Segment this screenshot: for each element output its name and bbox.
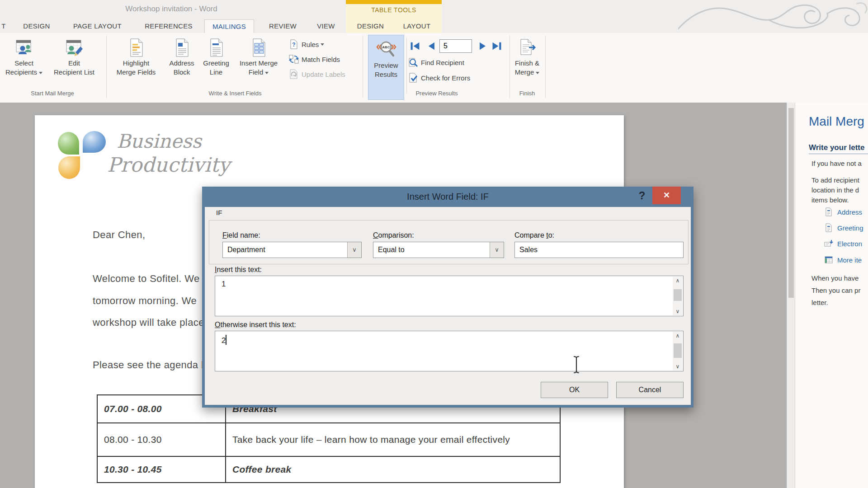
rules-label: Rules <box>302 41 319 48</box>
greeting-line-label-1: Greeting <box>201 59 231 68</box>
textarea-scrollbar[interactable]: ∧ ∨ <box>673 332 683 371</box>
insert-word-field-if-dialog: Insert Word Field: IF ? ✕ IF Field name:… <box>202 187 693 408</box>
insert-text-textarea[interactable]: 1 ∧ ∨ <box>215 276 684 316</box>
scrollbar-thumb[interactable] <box>674 289 682 301</box>
electronic-postage-link-label: Electron <box>837 240 862 248</box>
chevron-down-icon[interactable]: ∨ <box>347 242 361 258</box>
greeting-line-button[interactable]: Greeting Line <box>201 35 231 88</box>
body-line: Welcome to Sofitel. We <box>93 273 200 285</box>
select-recipients-button[interactable]: Select Recipients <box>4 35 44 88</box>
group-separator <box>363 36 363 98</box>
address-block-link[interactable]: Address <box>824 207 862 216</box>
chevron-down-icon[interactable]: ∨ <box>490 242 504 258</box>
scroll-up-icon[interactable]: ∧ <box>673 277 683 285</box>
logo-green-shape <box>58 132 79 155</box>
last-record-button[interactable] <box>491 40 503 52</box>
pane-paragraph-line: If you have not a <box>811 160 862 167</box>
tab-references[interactable]: REFERENCES <box>137 19 200 33</box>
next-record-button[interactable] <box>476 40 488 52</box>
dialog-body: IF Field name: Comparison: Compare to: D… <box>205 207 691 405</box>
table-tools-accent-bar <box>346 0 442 4</box>
check-for-errors-button[interactable]: Check for Errors <box>408 72 470 84</box>
previous-record-button[interactable] <box>426 40 438 52</box>
table-tools-label: TABLE TOOLS <box>346 6 442 14</box>
svg-text:?: ? <box>292 42 295 48</box>
document-scrollbar[interactable] <box>787 103 795 488</box>
address-block-icon <box>172 38 192 58</box>
scrollbar-thumb[interactable] <box>674 343 682 358</box>
pane-paragraph-line: To add recipient <box>811 176 859 184</box>
logo-blue-shape <box>83 131 106 153</box>
scrollbar-thumb[interactable] <box>788 108 794 298</box>
pane-paragraph-line: Then you can pr <box>811 286 860 294</box>
match-fields-button[interactable]: Match Fields <box>288 53 340 65</box>
compare-to-input[interactable] <box>514 242 684 258</box>
tab-table-layout[interactable]: LAYOUT <box>394 19 439 33</box>
agenda-time-cell: 08.00 - 10.30 <box>97 423 226 456</box>
first-record-button[interactable] <box>409 40 421 52</box>
pane-paragraph-line: letter. <box>811 299 828 306</box>
preview-results-label-1: Preview <box>368 61 404 70</box>
record-number-input[interactable] <box>439 39 472 53</box>
ok-button[interactable]: OK <box>541 382 608 398</box>
help-icon[interactable]: ? <box>635 189 649 204</box>
rules-icon: ? <box>288 39 299 50</box>
logo-word-2: Productivity <box>107 153 230 176</box>
window-title: Workshop invitation - Word <box>104 5 239 14</box>
electronic-postage-link[interactable]: Electron <box>824 239 862 248</box>
tab-page-layout[interactable]: PAGE LAYOUT <box>62 19 132 33</box>
otherwise-text-textarea[interactable]: 2 ∧ ∨ <box>215 331 684 371</box>
compare-to-label: Compare to: <box>514 231 554 239</box>
scroll-down-icon[interactable]: ∨ <box>673 362 683 371</box>
finish-and-merge-button[interactable]: Finish & Merge <box>510 35 544 88</box>
group-label-preview-results: Preview Results <box>366 90 507 97</box>
rules-button[interactable]: ? Rules <box>288 38 324 50</box>
match-fields-label: Match Fields <box>302 56 340 63</box>
cancel-button[interactable]: Cancel <box>616 382 684 398</box>
update-labels-button: Update Labels <box>288 68 345 80</box>
greeting-line-link[interactable]: Greeting <box>824 223 863 232</box>
tab-review[interactable]: REVIEW <box>261 19 304 33</box>
pane-section-heading: Write your lette <box>809 143 868 154</box>
edit-recipient-list-button[interactable]: Edit Recipient List <box>45 35 103 88</box>
textarea-scrollbar[interactable]: ∧ ∨ <box>673 277 683 315</box>
if-group-label: IF <box>214 209 224 216</box>
address-block-button[interactable]: Address Block <box>164 35 200 88</box>
highlight-merge-fields-icon <box>126 38 146 58</box>
address-block-link-label: Address <box>837 208 862 216</box>
tab-view[interactable]: VIEW <box>310 19 342 33</box>
tab-insert-partial[interactable]: T <box>0 19 7 33</box>
field-name-value: Department <box>227 242 265 258</box>
envelope-icon <box>824 239 833 248</box>
document-icon <box>824 223 833 232</box>
dropdown-arrow-icon <box>39 72 42 74</box>
check-for-errors-icon <box>408 72 419 83</box>
pane-paragraph-line: location in the d <box>811 186 859 194</box>
more-items-link[interactable]: More ite <box>824 255 862 264</box>
scroll-down-icon[interactable]: ∨ <box>673 307 683 315</box>
find-recipient-button[interactable]: Find Recipient <box>408 56 464 68</box>
address-block-label-2: Block <box>164 68 200 77</box>
tab-table-design[interactable]: DESIGN <box>349 19 392 33</box>
agenda-activity-cell: Take back your life – learn how to manag… <box>226 423 560 456</box>
group-separator <box>545 36 546 98</box>
close-icon[interactable]: ✕ <box>652 187 681 204</box>
table-grid-icon <box>824 255 833 264</box>
tab-design[interactable]: DESIGN <box>18 19 55 33</box>
edit-recipient-list-label-2: Recipient List <box>45 68 103 77</box>
comparison-dropdown[interactable]: Equal to ∨ <box>373 242 504 258</box>
greeting-line-label-2: Line <box>201 68 231 77</box>
dropdown-arrow-icon <box>536 72 539 74</box>
pane-paragraph-line: items below. <box>811 196 849 204</box>
highlight-merge-fields-button[interactable]: Highlight Merge Fields <box>109 35 163 88</box>
tab-mailings[interactable]: MAILINGS <box>204 19 254 33</box>
text-caret <box>226 335 226 345</box>
insert-merge-field-button[interactable]: Insert Merge Field <box>232 35 285 88</box>
greeting-line-link-label: Greeting <box>837 224 863 232</box>
field-name-dropdown[interactable]: Department ∨ <box>222 242 362 258</box>
address-block-label-1: Address <box>164 59 200 68</box>
group-separator <box>406 38 407 94</box>
agenda-time-cell: 10.30 - 10.45 <box>97 456 226 483</box>
select-recipients-icon <box>14 38 34 58</box>
scroll-up-icon[interactable]: ∧ <box>673 332 683 340</box>
